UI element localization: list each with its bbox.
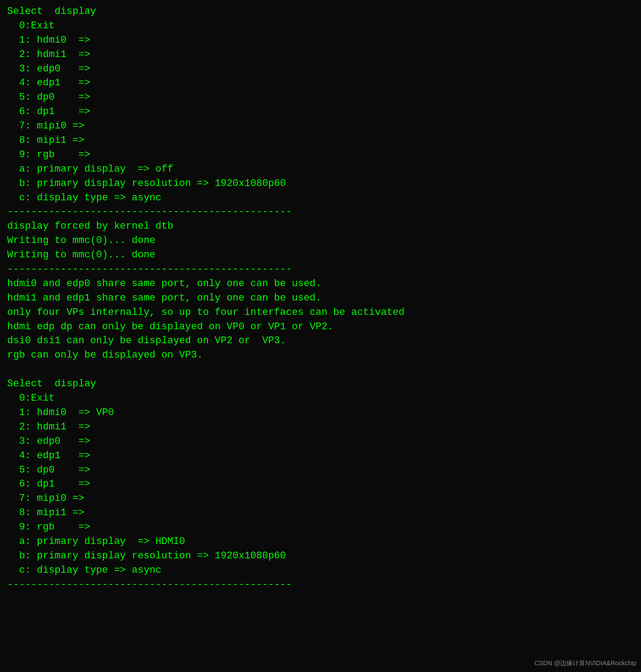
terminal-output: Select display 0:Exit 1: hdmi0 => 2: hdm…	[7, 4, 634, 592]
watermark: CSDN @边缘计算NVIDIA&Rockchip	[535, 659, 637, 668]
